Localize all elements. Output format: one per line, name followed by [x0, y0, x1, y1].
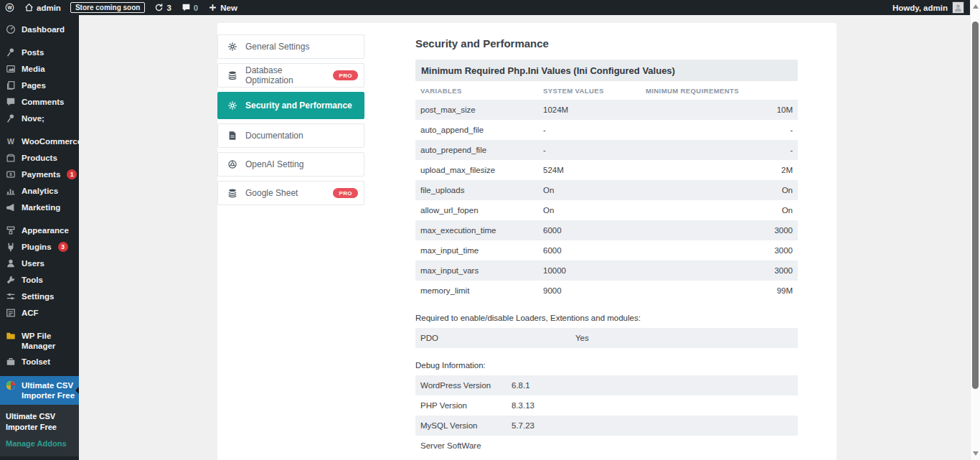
- comments-count: 0: [194, 4, 198, 12]
- sidebar-item-tools[interactable]: Tools: [0, 272, 79, 288]
- sidebar-item-pages[interactable]: Pages: [0, 78, 79, 94]
- appearance-icon: [6, 225, 17, 236]
- updates-menu[interactable]: 3: [149, 0, 176, 15]
- wordpress-logo-menu[interactable]: W: [0, 0, 19, 15]
- table-row: PDOYes: [415, 328, 798, 348]
- variable-name: post_max_size: [420, 105, 543, 114]
- csv-importer-submenu: Ultimate CSV Importer Free Manage Addons: [0, 405, 79, 456]
- scrollbar-thumb[interactable]: [972, 22, 979, 389]
- system-value: -: [543, 126, 646, 134]
- pro-badge: PRO: [333, 188, 358, 198]
- table-row: auto_append_file--: [415, 120, 798, 140]
- sidebar-item-label: Toolset: [22, 357, 50, 367]
- minimum-requirement: 99M: [646, 286, 793, 295]
- sidebar-item-posts[interactable]: Posts: [0, 44, 79, 61]
- sidebar-item-comments[interactable]: Comments: [0, 94, 79, 111]
- variable-name: allow_url_fopen: [420, 206, 543, 215]
- submenu-item-ultimate-csv-importer-free[interactable]: Ultimate CSV Importer Free: [6, 411, 73, 433]
- sidebar-item-appearance[interactable]: Appearance: [0, 222, 79, 239]
- howdy-account-menu[interactable]: Howdy, admin: [892, 4, 948, 12]
- screen: W admin Store coming soon 3 0 New Howdy,…: [0, 0, 980, 460]
- minimum-requirement: On: [646, 186, 793, 194]
- sidebar-item-payments[interactable]: $Payments1: [0, 166, 79, 183]
- minimum-requirement: -: [646, 146, 793, 154]
- debug-key: WordPress Version: [420, 381, 512, 390]
- sidebar-item-label: Appearance: [22, 225, 69, 235]
- new-content-menu[interactable]: New: [203, 0, 242, 15]
- new-label: New: [220, 4, 237, 12]
- submenu-item-manage-addons[interactable]: Manage Addons: [6, 439, 73, 448]
- debug-value: 8.3.13: [512, 401, 793, 410]
- php-ini-table: post_max_size1024M10Mauto_append_file--a…: [415, 100, 798, 301]
- php-table-header: VARIABLES SYSTEM VALUES MINIMUM REQUIREM…: [415, 81, 798, 100]
- table-row: PHP Version8.3.13: [415, 395, 798, 416]
- sidebar-item-products[interactable]: Products: [0, 150, 79, 166]
- tools-icon: [6, 275, 17, 286]
- avatar[interactable]: [952, 1, 964, 14]
- plugin-settings-card: General SettingsDatabase OptimizationPRO…: [217, 23, 837, 460]
- site-name-menu[interactable]: admin: [19, 0, 66, 15]
- minimum-requirement: -: [646, 126, 793, 134]
- sidebar-item-label: WP File Manager: [22, 331, 76, 351]
- sidebar-item-settings[interactable]: Settings: [0, 288, 79, 305]
- dashboard-icon: [6, 24, 17, 35]
- sidebar-item-label: Users: [22, 258, 44, 268]
- updates-count: 3: [166, 4, 171, 12]
- openai-icon: [227, 159, 238, 170]
- sidebar-item-wp-file-manager[interactable]: WP File Manager: [0, 328, 79, 354]
- tab-database-optimization[interactable]: Database OptimizationPRO: [217, 63, 364, 88]
- minimum-requirement: On: [646, 206, 793, 215]
- document-icon: [227, 131, 238, 141]
- system-value: 524M: [543, 166, 646, 174]
- variable-name: memory_limit: [420, 286, 543, 295]
- sidebar-item-toolset[interactable]: Toolset: [0, 354, 79, 370]
- tab-google-sheet[interactable]: Google SheetPRO: [217, 181, 364, 205]
- sidebar-item-label: Nove;: [22, 113, 44, 123]
- marketing-icon: [6, 202, 17, 213]
- users-icon: [6, 258, 17, 269]
- count-badge: 1: [67, 169, 77, 179]
- sidebar-item-dashboard[interactable]: Dashboard: [0, 22, 79, 38]
- table-row: post_max_size1024M10M: [415, 100, 798, 120]
- sidebar-item-label: Comments: [22, 97, 64, 107]
- sidebar-item-users[interactable]: Users: [0, 255, 79, 272]
- tab-security-and-performance[interactable]: Security and Performance: [217, 92, 364, 119]
- tab-openai-setting[interactable]: OpenAI Setting: [217, 152, 364, 177]
- scroll-up-arrow[interactable]: [973, 4, 979, 9]
- plugins-icon: [6, 242, 17, 253]
- tab-documentation[interactable]: Documentation: [217, 123, 364, 148]
- sidebar-item-acf[interactable]: ACF: [0, 305, 79, 321]
- minimum-requirement: 3000: [646, 226, 793, 235]
- analytics-icon: [6, 186, 17, 197]
- tab-label: Database Optimization: [245, 65, 326, 85]
- pin-icon: [6, 47, 17, 58]
- table-row: WordPress Version6.8.1: [415, 375, 798, 395]
- comments-menu[interactable]: 0: [176, 0, 203, 15]
- sidebar-item-woocommerce[interactable]: WWooCommerce: [0, 133, 79, 150]
- variable-name: file_uploads: [420, 186, 543, 194]
- scroll-down-arrow[interactable]: [973, 451, 979, 456]
- store-coming-soon-badge[interactable]: Store coming soon: [70, 2, 146, 13]
- security-performance-panel: Security and Performance Minimum Require…: [415, 34, 798, 456]
- folder-icon: [6, 331, 17, 342]
- debug-table: WordPress Version6.8.1PHP Version8.3.13M…: [415, 375, 798, 456]
- debug-value: 6.8.1: [512, 381, 793, 390]
- database-icon: [227, 188, 238, 199]
- sidebar-item-nove[interactable]: Nove;: [0, 111, 79, 127]
- sidebar-item-analytics[interactable]: Analytics: [0, 183, 79, 200]
- sidebar-item-media[interactable]: Media: [0, 61, 79, 78]
- tab-general-settings[interactable]: General Settings: [217, 34, 364, 59]
- svg-text:W: W: [7, 137, 14, 146]
- sidebar-item-label: Analytics: [22, 186, 58, 196]
- table-row: max_input_vars100003000: [415, 260, 798, 281]
- debug-value: 5.7.23: [512, 421, 793, 430]
- sidebar-item-marketing[interactable]: Marketing: [0, 200, 79, 216]
- sidebar-item-ultimate-csv-importer-free[interactable]: Ultimate CSV Importer Free: [0, 376, 79, 405]
- sidebar-item-label: WooCommerce: [22, 136, 82, 146]
- variable-name: max_input_time: [420, 246, 543, 255]
- minimum-requirement: 2M: [646, 166, 793, 174]
- system-value: -: [543, 146, 646, 154]
- loaders-table: PDOYes: [415, 328, 798, 348]
- sidebar-item-plugins[interactable]: Plugins3: [0, 239, 79, 255]
- sidebar-item-label: Payments: [22, 169, 60, 179]
